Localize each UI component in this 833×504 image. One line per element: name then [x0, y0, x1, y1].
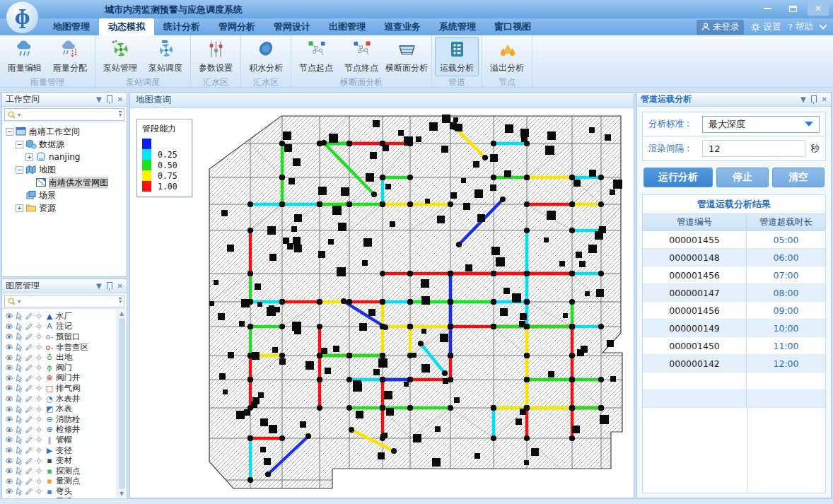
- layer-row-12[interactable]: ⊕检修井: [5, 425, 117, 435]
- snap-crosshair-icon[interactable]: [35, 426, 43, 434]
- criteria-select[interactable]: 最大深度: [702, 116, 820, 133]
- collapse-icon[interactable]: −: [6, 128, 13, 136]
- snap-crosshair-icon[interactable]: [35, 405, 43, 414]
- ribbon-button-overflow[interactable]: 溢出分析: [485, 37, 529, 76]
- edit-pencil-icon[interactable]: [25, 426, 33, 434]
- layer-name[interactable]: 出地: [56, 352, 72, 363]
- table-row[interactable]: 00000014212:00: [643, 355, 825, 373]
- search-dropdown-icon[interactable]: ▾: [18, 298, 21, 305]
- search-options-icon[interactable]: ▾: [119, 298, 122, 305]
- visibility-eye-icon[interactable]: [5, 322, 13, 331]
- panel-close-icon[interactable]: ✕: [117, 96, 123, 103]
- visibility-eye-icon[interactable]: [5, 384, 13, 392]
- collapse-icon[interactable]: −: [16, 166, 23, 174]
- stop-button[interactable]: 停止: [716, 168, 769, 187]
- settings-button[interactable]: 设置: [751, 21, 781, 33]
- ribbon-button-load-analysis[interactable]: 运载分析: [435, 37, 479, 76]
- layer-row-9[interactable]: ◔水表井: [5, 394, 117, 404]
- layer-name[interactable]: 注记: [56, 321, 72, 332]
- layer-list-scrollbar[interactable]: ▲▼: [117, 310, 126, 498]
- ribbon-button-cross-section[interactable]: 横断面分析: [385, 37, 429, 76]
- ribbon-button-pump-green[interactable]: 泵站管理: [98, 37, 142, 76]
- visibility-eye-icon[interactable]: [5, 487, 13, 496]
- tree-node-label[interactable]: 资源: [39, 202, 56, 214]
- menu-tab-8[interactable]: 系统管理: [430, 18, 485, 35]
- layer-name[interactable]: 探测点: [56, 466, 81, 476]
- layer-row-1[interactable]: ▲水厂: [5, 311, 117, 322]
- layer-name[interactable]: 阀门井: [56, 373, 81, 383]
- select-cursor-icon[interactable]: [15, 312, 23, 320]
- edit-pencil-icon[interactable]: [25, 477, 33, 486]
- panel-pin-icon[interactable]: [107, 282, 112, 291]
- layer-row-6[interactable]: ϕ阀门: [5, 363, 117, 373]
- menu-tab-9[interactable]: 窗口视图: [485, 18, 540, 35]
- snap-crosshair-icon[interactable]: [35, 374, 43, 382]
- select-cursor-icon[interactable]: [15, 477, 23, 486]
- run-analysis-button[interactable]: 运行分析: [643, 168, 713, 187]
- tree-node-1[interactable]: −南靖工作空间: [4, 125, 125, 138]
- map-canvas[interactable]: 管段能力 0.250.500.751.00: [130, 108, 634, 498]
- select-cursor-icon[interactable]: [15, 467, 23, 475]
- layer-row-17[interactable]: ▪量测点: [5, 476, 117, 487]
- tree-node-6[interactable]: 场景: [4, 189, 125, 201]
- tree-node-3[interactable]: +sqlnanjing: [4, 151, 125, 163]
- workspace-search-input[interactable]: ▾ ▾: [4, 108, 124, 121]
- visibility-eye-icon[interactable]: [5, 415, 13, 423]
- ribbon-button-rain-dispatch[interactable]: 雨量分配: [48, 37, 92, 76]
- edit-pencil-icon[interactable]: [25, 353, 33, 362]
- snap-crosshair-icon[interactable]: [35, 477, 43, 486]
- layer-name[interactable]: 阀门: [56, 363, 72, 373]
- select-cursor-icon[interactable]: [15, 353, 23, 362]
- layer-name[interactable]: 弯头: [56, 486, 72, 497]
- expand-icon[interactable]: +: [25, 153, 33, 161]
- tree-node-4[interactable]: −地图: [4, 163, 125, 176]
- layer-row-3[interactable]: o-预留口: [5, 332, 117, 342]
- snap-crosshair-icon[interactable]: [35, 353, 43, 362]
- close-button[interactable]: ✕: [808, 1, 829, 16]
- layer-name[interactable]: 非普查区: [56, 342, 88, 353]
- snap-crosshair-icon[interactable]: [35, 487, 43, 496]
- login-button[interactable]: 未登录: [697, 20, 745, 35]
- ribbon-button-node-start[interactable]: 节点起点: [294, 37, 338, 76]
- layers-search-input[interactable]: ▾ ▾: [4, 295, 124, 307]
- panel-dropdown-icon[interactable]: ▼: [800, 96, 806, 103]
- layer-row-10[interactable]: ◩水表: [5, 404, 117, 414]
- layer-name[interactable]: 变材: [56, 455, 72, 466]
- menu-tab-7[interactable]: 巡查业务: [375, 18, 430, 35]
- edit-pencil-icon[interactable]: [25, 374, 33, 382]
- visibility-eye-icon[interactable]: [5, 446, 13, 455]
- layer-row-5[interactable]: ♁出地: [5, 352, 117, 363]
- select-cursor-icon[interactable]: [15, 322, 23, 331]
- layer-row-13[interactable]: ‖管帽: [5, 435, 117, 445]
- select-cursor-icon[interactable]: [15, 405, 23, 414]
- layer-row-18[interactable]: ▪弯头: [5, 486, 117, 497]
- layer-row-8[interactable]: □排气阀: [5, 383, 117, 394]
- layer-name[interactable]: 消防栓: [56, 414, 81, 425]
- tree-node-label[interactable]: 场景: [39, 189, 56, 201]
- table-row[interactable]: 00000014910:00: [643, 320, 825, 337]
- visibility-eye-icon[interactable]: [5, 343, 13, 351]
- visibility-eye-icon[interactable]: [5, 353, 13, 362]
- panel-pin-icon[interactable]: [811, 95, 817, 104]
- menu-tab-2[interactable]: 动态模拟: [99, 18, 154, 35]
- snap-crosshair-icon[interactable]: [35, 457, 43, 465]
- visibility-eye-icon[interactable]: [5, 363, 13, 372]
- expand-icon[interactable]: +: [16, 204, 23, 212]
- ribbon-button-water-blob[interactable]: 积水分析: [244, 37, 288, 76]
- search-options-icon[interactable]: ▾: [119, 111, 122, 118]
- panel-dropdown-icon[interactable]: ▼: [96, 283, 102, 290]
- tree-node-label[interactable]: 数据源: [39, 139, 64, 151]
- layer-row-4[interactable]: o-非普查区: [5, 342, 117, 353]
- edit-pencil-icon[interactable]: [25, 415, 33, 423]
- tree-node-label[interactable]: 南靖工作空间: [29, 126, 80, 138]
- help-button[interactable]: ? 帮助: [788, 21, 813, 33]
- edit-pencil-icon[interactable]: [25, 343, 33, 351]
- visibility-eye-icon[interactable]: [5, 405, 13, 414]
- select-cursor-icon[interactable]: [15, 384, 23, 392]
- table-row[interactable]: 00000145607:00: [643, 266, 825, 284]
- select-cursor-icon[interactable]: [15, 363, 23, 372]
- visibility-eye-icon[interactable]: [5, 467, 13, 475]
- ribbon-button-pump-blue[interactable]: 泵站调度: [144, 37, 187, 76]
- snap-crosshair-icon[interactable]: [35, 343, 43, 351]
- tree-node-label[interactable]: 地图: [39, 164, 56, 176]
